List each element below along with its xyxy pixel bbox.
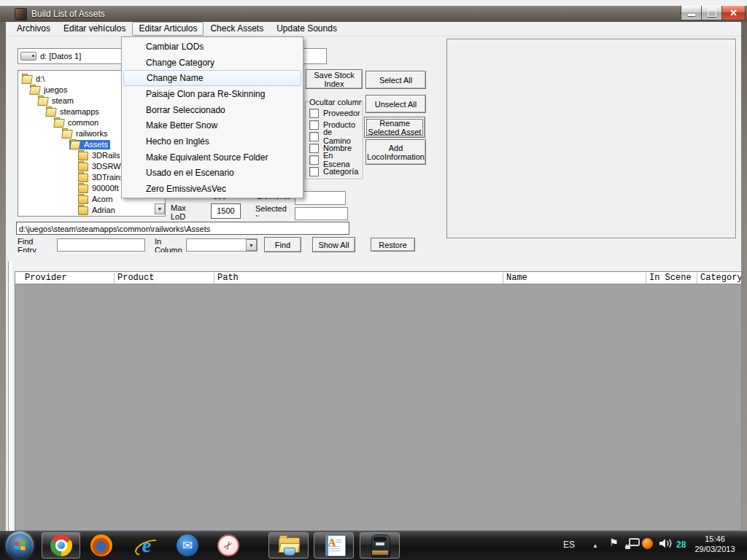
text-editor-icon: A <box>323 534 345 556</box>
max-lod-label: MaxLoD <box>171 203 191 219</box>
show-all-button[interactable]: Show All <box>312 237 355 252</box>
asset-table-body[interactable] <box>15 284 742 531</box>
close-button[interactable] <box>721 6 746 20</box>
tree-item[interactable]: Adrian <box>18 205 165 216</box>
show-hidden-icons-arrow[interactable]: ▲ <box>592 542 598 549</box>
taskbar-app-chrome[interactable] <box>42 532 80 559</box>
checkbox-nombre[interactable] <box>309 144 319 153</box>
folder-icon <box>78 163 90 171</box>
menu-item-make-better-snow[interactable]: Make Better Snow <box>122 117 303 133</box>
selected-items-label: SelectedItems <box>255 204 290 217</box>
folder-icon <box>78 206 90 215</box>
taskbar-app-thunderbird[interactable]: ✉ <box>177 534 198 556</box>
chrome-icon <box>50 534 72 556</box>
maximize-icon <box>708 9 716 17</box>
scissors-icon: ✂ <box>217 534 239 556</box>
path-field[interactable]: d:\juegos\steam\steamapps\common\railwor… <box>16 222 349 235</box>
menu-editar-articulos[interactable]: Editar Articulos <box>132 22 204 36</box>
action-center-flag-icon[interactable]: ⚑ <box>609 537 619 548</box>
taskbar-app-firefox[interactable] <box>90 534 112 556</box>
titlebar[interactable]: Build List of Assets <box>0 6 747 22</box>
column-header-path[interactable]: Path <box>217 273 239 283</box>
select-all-button[interactable]: Select All <box>365 71 426 89</box>
checkbox-en-escena[interactable] <box>309 155 319 165</box>
clock[interactable]: 15:46 29/03/2013 <box>689 534 740 554</box>
window-right-border <box>741 22 747 531</box>
folder-open-icon <box>54 119 66 128</box>
menu-item-borrar-seleccionado[interactable]: Borrar Seleccionado <box>122 102 303 118</box>
add-locoinformation-button[interactable]: Add LocoInformation <box>365 139 426 165</box>
find-entry-input[interactable] <box>57 238 145 252</box>
clock-time: 15:46 <box>689 534 740 544</box>
checkbox-categoria[interactable] <box>309 167 319 176</box>
selected-items-field[interactable] <box>295 207 348 220</box>
language-indicator[interactable]: ES <box>563 540 575 550</box>
menu-check-assets[interactable]: Check Assets <box>204 22 270 36</box>
save-stock-index-button[interactable]: Save Stock Index <box>306 69 363 89</box>
close-icon <box>729 9 738 17</box>
rename-selected-asset-button[interactable]: Rename Selected Asset <box>364 117 425 138</box>
drive-selector[interactable]: d: [Datos 1] <box>18 48 136 64</box>
menu-archivos[interactable]: Archivos <box>10 22 57 36</box>
folder-icon <box>78 184 90 193</box>
menu-editar-vehiculos[interactable]: Editar vehículos <box>57 22 132 36</box>
window-glass-edge <box>0 0 747 6</box>
preview-panel <box>446 39 736 238</box>
menu-item-zero-emissiveasvec[interactable]: Zero EmissiveAsVec <box>122 181 303 197</box>
firefox-icon <box>90 534 112 556</box>
tree-scroll-down-button[interactable]: ▼ <box>155 203 165 214</box>
unselect-all-button[interactable]: Unselect All <box>365 95 426 113</box>
column-header-category[interactable]: Category <box>700 273 742 283</box>
menu-item-cambiar-lods[interactable]: Cambiar LODs <box>122 39 303 55</box>
folder-icon <box>78 152 90 160</box>
menu-item-change-name[interactable]: Change Name <box>123 70 301 86</box>
windows-flag-icon <box>12 538 27 553</box>
taskbar-app-windows-explorer[interactable] <box>268 532 309 559</box>
app-icon <box>15 8 27 20</box>
taskbar-app-train-simulator[interactable] <box>360 532 400 559</box>
column-header-name[interactable]: Name <box>506 273 527 283</box>
menu-update-sounds[interactable]: Update Sounds <box>270 22 344 36</box>
folder-open-icon <box>30 86 42 95</box>
folder-open-icon <box>38 97 50 106</box>
folder-icon <box>78 174 90 182</box>
column-header-in-scene[interactable]: In Scene <box>649 273 692 283</box>
antivirus-icon[interactable] <box>642 538 653 549</box>
folder-open-icon <box>22 75 34 84</box>
restore-button[interactable]: Restore <box>371 238 415 252</box>
checkbox-de-camino[interactable] <box>309 132 319 141</box>
folder-open-icon <box>62 130 74 139</box>
clock-date: 29/03/2013 <box>689 544 740 554</box>
train-simulator-icon <box>369 534 391 556</box>
checkbox-proveedor[interactable] <box>309 109 319 118</box>
asset-table-header[interactable]: Provider Product Path Name In Scene Cate… <box>15 271 742 284</box>
minimize-button[interactable] <box>681 6 703 20</box>
menu-item-make-equivalent-source[interactable]: Make Equivalent Source Folder <box>122 149 303 166</box>
maximize-button[interactable] <box>701 6 723 20</box>
folder-icon <box>78 195 90 204</box>
menu-item-hecho-en-ingles[interactable]: Hecho en Inglés <box>122 133 303 149</box>
column-header-provider[interactable]: Provider <box>25 273 67 283</box>
taskbar-app-text-editor[interactable]: A <box>314 532 354 559</box>
max-lod-field[interactable]: 1500 <box>211 203 241 219</box>
taskbar-app-capture-tool[interactable]: ✂ <box>217 534 239 556</box>
find-entry-label: FindEntry <box>18 237 47 252</box>
taskbar-app-internet-explorer[interactable]: e <box>136 534 158 556</box>
menu-bar: Archivos Editar vehículos Editar Articul… <box>6 22 741 36</box>
column-combo-arrow[interactable]: ▼ <box>246 239 257 251</box>
hide-columns-label: Ocultar column <box>309 98 362 106</box>
hide-columns-options: Proveedor Producto de Camino Nombre En E… <box>309 107 362 178</box>
menu-item-usado-en-escenario[interactable]: Usado en el Escenario <box>122 166 303 182</box>
column-header-product[interactable]: Product <box>117 273 154 283</box>
temperature-indicator[interactable]: 28 <box>676 540 686 550</box>
windows-explorer-icon <box>278 534 300 556</box>
find-button[interactable]: Find <box>264 237 301 252</box>
thunderbird-icon: ✉ <box>177 534 198 556</box>
menu-item-paisaje-clon[interactable]: Paisaje Clon para Re-Skinning <box>122 86 303 102</box>
menu-item-change-category[interactable]: Change Category <box>122 55 303 71</box>
checkbox-producto[interactable] <box>309 120 319 130</box>
in-column-label: InColumn <box>155 237 185 252</box>
network-icon[interactable] <box>624 538 640 553</box>
volume-icon[interactable] <box>659 538 675 552</box>
start-button[interactable] <box>6 532 34 559</box>
